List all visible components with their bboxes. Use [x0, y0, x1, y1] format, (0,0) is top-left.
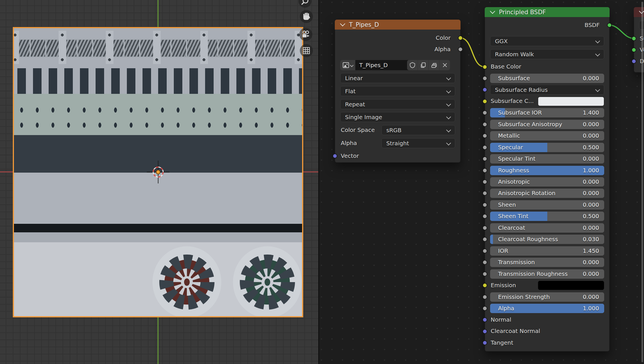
transmission-roughness-socket[interactable] [482, 272, 487, 276]
subsurface-ior-socket[interactable] [482, 110, 487, 115]
emission-strength-socket[interactable] [482, 295, 487, 299]
viewport-3d[interactable] [0, 0, 318, 364]
subsurface-socket[interactable] [482, 76, 487, 81]
image-node-title: T_Pipes_D [349, 21, 379, 28]
hand-icon [302, 12, 311, 21]
dropdown-label: Subsurface Radius [495, 86, 548, 93]
image-name-field[interactable]: T_Pipes_D [355, 60, 409, 70]
clearcoat-roughness-slider[interactable]: Clearcoat Roughness0.030 [490, 235, 604, 244]
roughness-slider[interactable]: Roughness1.000 [490, 166, 604, 175]
transmission-slider[interactable]: Transmission0.000 [490, 258, 604, 267]
object-origin-dot [156, 170, 160, 174]
new-image-button[interactable] [418, 60, 428, 70]
image-node-header[interactable]: T_Pipes_D [335, 20, 461, 30]
anisotropic-rotation-socket[interactable] [482, 191, 487, 196]
distribution-dropdown[interactable]: GGX [490, 36, 604, 46]
clearcoat-normal-socket[interactable] [482, 329, 487, 334]
bsdf-node-header[interactable]: Principled BSDF [485, 7, 610, 17]
slider-value: 0.000 [583, 201, 599, 208]
interpolation-value: Linear [345, 75, 363, 82]
unlink-image-button[interactable] [439, 60, 450, 70]
texture-bracket [153, 31, 161, 64]
slider-label: Anisotropic [498, 178, 530, 185]
emission-strength-slider[interactable]: Emission Strength0.000 [490, 292, 604, 302]
projection-dropdown[interactable]: Flat [340, 86, 455, 96]
roughness-socket[interactable] [482, 168, 487, 173]
subsurface-slider[interactable]: Subsurface0.000 [490, 74, 604, 83]
vector-input-label: Vector [341, 152, 359, 159]
emission-socket[interactable] [482, 283, 487, 288]
subsurface-radius-socket[interactable] [482, 87, 487, 92]
subsurface-method-dropdown[interactable]: Random Walk [490, 49, 604, 59]
subsurface-c--swatch[interactable] [538, 97, 604, 106]
grid-gizmo[interactable] [300, 44, 313, 57]
camera-icon [301, 30, 310, 39]
anisotropic-slider[interactable]: Anisotropic0.000 [490, 177, 604, 187]
slider-label: Specular Tint [498, 155, 535, 162]
ior-slider[interactable]: IOR1.450 [490, 246, 604, 256]
anisotropic-socket[interactable] [482, 179, 487, 184]
alpha-mode-dropdown[interactable]: Straight [381, 138, 455, 148]
image-texture-node[interactable]: T_Pipes_D Color Alpha T_Pipes_D [335, 20, 461, 163]
specular-tint-slider[interactable]: Specular Tint0.000 [490, 154, 604, 164]
transmission-roughness-slider[interactable]: Transmission Roughness0.000 [490, 269, 604, 279]
color-space-label: Color Space [341, 127, 375, 133]
principled-bsdf-node[interactable]: Principled BSDF BSDF GGX Random Walk Bas… [485, 7, 610, 351]
fake-user-button[interactable] [407, 60, 418, 70]
color-output-socket[interactable] [458, 36, 463, 40]
color-space-dropdown[interactable]: sRGB [381, 125, 455, 135]
alpha-socket[interactable] [482, 306, 487, 311]
clearcoat-socket[interactable] [482, 226, 487, 230]
volume-input-socket[interactable] [631, 47, 636, 52]
editor-scrollbar[interactable] [641, 2, 643, 362]
pack-image-button[interactable] [429, 60, 439, 70]
specular-slider[interactable]: Specular0.500 [490, 143, 604, 152]
alpha-output-socket[interactable] [458, 47, 463, 52]
clearcoat-slider[interactable]: Clearcoat0.000 [490, 223, 604, 233]
pan-gizmo[interactable] [300, 10, 313, 23]
specular-tint-socket[interactable] [482, 156, 487, 161]
camera-view-gizmo[interactable] [299, 28, 312, 41]
transmission-socket[interactable] [482, 260, 487, 265]
sheen-socket[interactable] [482, 202, 487, 207]
anisotropic-rotation-slider[interactable]: Anisotropic Rotation0.000 [490, 189, 604, 198]
interpolation-dropdown[interactable]: Linear [340, 73, 455, 83]
subsurface-anisotropy-slider[interactable]: Subsurface Anisotropy0.000 [490, 120, 604, 129]
clearcoat-roughness-socket[interactable] [482, 237, 487, 242]
zoom-gizmo[interactable] [298, 0, 311, 8]
emission-swatch[interactable] [538, 281, 604, 290]
subsurface-method-value: Random Walk [495, 51, 534, 58]
displacement-input-socket[interactable] [631, 59, 636, 64]
subsurface-anisotropy-socket[interactable] [482, 122, 487, 127]
sheen-tint-socket[interactable] [482, 214, 487, 219]
subsurface-ior-slider[interactable]: Subsurface IOR1.400 [490, 108, 604, 117]
slider-label: Sheen [498, 201, 516, 208]
extension-dropdown[interactable]: Repeat [340, 99, 455, 109]
vector-input-socket[interactable] [333, 154, 337, 158]
sheen-slider[interactable]: Sheen0.000 [490, 200, 604, 210]
tangent-socket[interactable] [482, 340, 487, 345]
collapse-chevron-icon[interactable] [340, 21, 345, 26]
surface-input-socket[interactable] [631, 36, 636, 41]
metallic-socket[interactable] [482, 133, 487, 138]
slider-label: Subsurface IOR [498, 109, 542, 116]
subsurface-radius-dropdown[interactable]: Subsurface Radius [490, 85, 604, 95]
vent-fan [230, 245, 303, 317]
ior-socket[interactable] [482, 249, 487, 253]
sheen-tint-slider[interactable]: Sheen Tint0.500 [490, 212, 604, 221]
slider-value: 0.500 [583, 213, 599, 220]
texture-bracket [59, 31, 66, 64]
color-space-value: sRGB [386, 127, 402, 134]
metallic-slider[interactable]: Metallic0.000 [490, 131, 604, 140]
subsurface-c--socket[interactable] [482, 99, 487, 104]
image-browse-button[interactable] [340, 60, 355, 70]
chevron-down-icon [595, 39, 600, 44]
alpha-slider[interactable]: Alpha1.000 [490, 304, 604, 313]
base-color-socket[interactable] [482, 65, 487, 69]
specular-socket[interactable] [482, 145, 487, 150]
chevron-down-icon [350, 63, 354, 67]
bsdf-output-socket[interactable] [607, 23, 612, 28]
normal-socket[interactable] [482, 317, 487, 322]
collapse-chevron-icon[interactable] [490, 9, 495, 14]
source-dropdown[interactable]: Single Image [340, 112, 455, 122]
